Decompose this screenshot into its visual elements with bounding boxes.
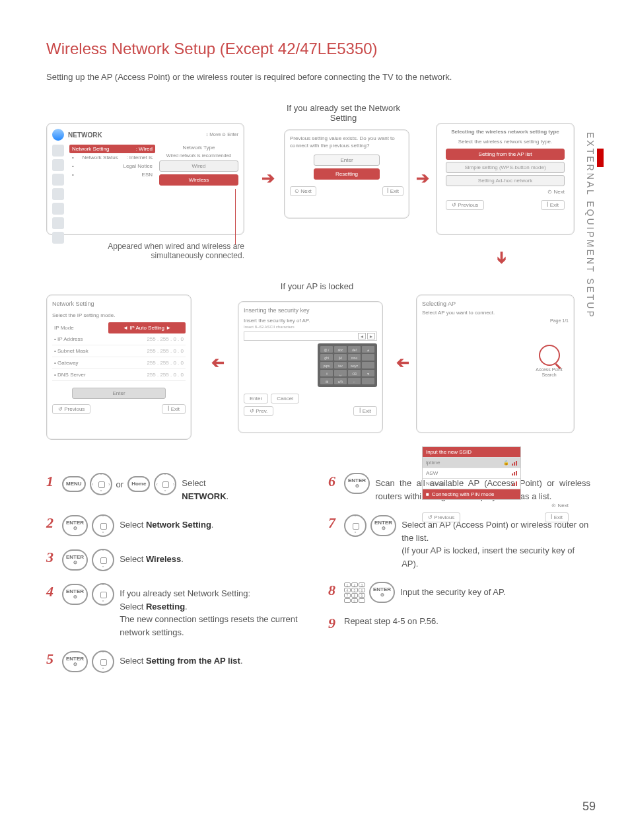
ap-search-label: Access Point Search (531, 367, 567, 377)
exit-button[interactable]: ꟾ Exit (541, 200, 565, 210)
menu-row[interactable]: •Legal Notice (69, 162, 155, 170)
exit-button[interactable]: ꟾ Exit (545, 512, 569, 522)
caption-already-set: If you already set the Network Setting (284, 103, 403, 123)
menu-category-icons (52, 145, 65, 244)
callout-line (235, 189, 236, 245)
panel-network-menu: NETWORK ↕ Move ⊙ Enter Network Setting: … (46, 123, 244, 235)
enter-key: ENTER (62, 549, 88, 571)
prev-button[interactable]: ↺ Prev. (244, 406, 273, 416)
panel-a-hint: ↕ Move ⊙ Enter (206, 132, 238, 137)
panel-c-header: Selecting the wireless network setting t… (442, 129, 569, 135)
ip-table: IP Mode◄ IP Auto Setting ► • IP Address2… (52, 322, 186, 381)
arrow-icon: ➔ (416, 169, 429, 188)
nav-left[interactable]: ◄ (358, 333, 366, 339)
arrow-down-icon: ➔ (493, 251, 511, 264)
intro-text: Setting up the AP (Access Point) or the … (46, 71, 590, 83)
step-3-text: Select Wireless. (120, 549, 308, 566)
step-3: 3 ENTER ˄˅ Select Wireless. (46, 549, 308, 571)
step-9: 9 Repeat step 4-5 on P.56. (328, 615, 590, 631)
enter-key: ENTER (369, 582, 395, 603)
panel-b-msg: Previous setting value exists. Do you wa… (290, 135, 403, 149)
pin-mode-button[interactable]: ■ Connecting with PIN mode (423, 489, 520, 499)
onscreen-keyboard[interactable]: @./abcdef▲ ghijklmno pqrstuvwxyz ⇧␣⌫▼ ⊞a… (318, 343, 377, 387)
menu-row-selected[interactable]: Network Setting: Wired (69, 145, 155, 153)
dpad-icon: ˄˅ (92, 549, 114, 571)
ap-list: Input the new SSID iptime ASW Network1 ■… (422, 446, 521, 500)
ap-row[interactable]: Network1 (423, 479, 520, 489)
network-icon (52, 129, 64, 141)
enter-button[interactable]: Enter (244, 394, 268, 403)
cancel-button[interactable]: Cancel (271, 394, 299, 403)
exit-button[interactable]: ꟾ Exit (162, 404, 186, 414)
menu-row[interactable]: •Network Status: Internet is (69, 153, 155, 162)
numpad-icon: 1234567890 (344, 582, 365, 603)
input-new-ssid[interactable]: Input the new SSID (423, 447, 520, 458)
arrow-left-icon: ➔ (396, 354, 409, 372)
step-8: 8 1234567890 ENTER Input the security ke… (328, 582, 590, 603)
step-number: 1 (46, 474, 57, 489)
nav-right[interactable]: ► (367, 333, 375, 339)
step-9-text: Repeat step 4-5 on P.56. (344, 615, 590, 628)
step-number: 5 (46, 652, 57, 666)
flow-diagram: If you already set the Network Setting N… (46, 110, 590, 453)
enter-key: ENTER (62, 584, 88, 605)
panel-d-header: Selecting AP (422, 300, 569, 307)
menu-key: MENU (62, 476, 86, 492)
section-marker (597, 149, 604, 167)
step-8-text: Input the security key of AP. (400, 582, 590, 599)
step-number: 3 (46, 550, 57, 565)
exit-button[interactable]: ꟾ Exit (382, 186, 403, 196)
enter-key: ENTER (370, 515, 396, 536)
dpad-icon: ˄˅ (92, 650, 114, 673)
step-4: 4 ENTER ˄˅ If you already set Network Se… (46, 583, 308, 639)
signal-icon (512, 471, 517, 475)
arrow-left-icon: ➔ (211, 354, 225, 372)
enter-key: ENTER (344, 473, 370, 494)
panel-a-title: NETWORK (68, 131, 102, 139)
enter-button[interactable]: Enter (314, 155, 380, 166)
ap-row[interactable]: ASW (423, 468, 520, 479)
security-key-input[interactable]: ◄► (244, 332, 377, 341)
panel-e-header: Inserting the security key (244, 307, 377, 314)
previous-button[interactable]: ↺ Previous (446, 200, 484, 210)
page-title: Wireless Network Setup (Except 42/47LE53… (46, 40, 590, 58)
panel-select-type: Selecting the wireless network setting t… (436, 123, 575, 235)
panel-previous-setting: Previous setting value exists. Do you wa… (284, 129, 409, 219)
exit-button[interactable]: ꟾ Exit (353, 406, 377, 416)
page-indicator: Page 1/1 (422, 318, 569, 445)
signal-lock-icon (503, 460, 517, 466)
arrow-icon: ➔ (262, 169, 275, 188)
step-number: 4 (46, 584, 57, 599)
opt-ap-list[interactable]: Setting from the AP list (446, 149, 565, 160)
step-1: 1 MENU ˄˅‹› or Home ˄˅‹› Select NETWORK. (46, 473, 308, 503)
resetting-button[interactable]: Resetting (314, 168, 380, 180)
step-number: 9 (328, 616, 339, 631)
dpad-icon: ˄˅ (92, 583, 114, 606)
panel-d-sub: Select AP you want to connect. (422, 310, 569, 316)
home-key: Home (127, 476, 150, 492)
opt-wps[interactable]: Simple setting (WPS-button mode) (446, 162, 565, 173)
step-4-text: If you already set Network Setting: Sele… (120, 583, 308, 639)
wired-button[interactable]: Wired (159, 160, 238, 172)
caption-ap-locked: If your AP is locked (258, 281, 376, 291)
step-number: 8 (328, 583, 339, 598)
previous-button[interactable]: ↺ Previous (422, 512, 460, 522)
menu-row[interactable]: •ESN (69, 170, 155, 179)
panel-selecting-ap: Selecting AP Select AP you want to conne… (416, 295, 575, 433)
step-number: 7 (328, 516, 339, 530)
or-text: or (116, 479, 124, 489)
opt-adhoc[interactable]: Setting Ad-hoc network (446, 175, 565, 186)
step-number: 2 (46, 516, 57, 530)
panel-f-sub: Select the IP setting mode. (52, 312, 186, 318)
step-7: 7 ˄˅ ENTER Select an AP (Access Point) o… (328, 514, 590, 570)
step-1-text: Select NETWORK. (182, 473, 308, 503)
step-number: 6 (328, 474, 339, 489)
enter-button[interactable]: Enter (72, 388, 166, 399)
ip-mode-selector[interactable]: ◄ IP Auto Setting ► (108, 322, 186, 333)
ap-search-button[interactable]: Access Point Search (531, 345, 567, 377)
next-label: ⊙ Next (290, 186, 316, 196)
step-7-text: Select an AP (Access Point) or wireless … (402, 514, 590, 570)
ap-row[interactable]: iptime (423, 458, 520, 468)
previous-button[interactable]: ↺ Previous (52, 404, 90, 414)
wireless-button[interactable]: Wireless (159, 174, 238, 186)
